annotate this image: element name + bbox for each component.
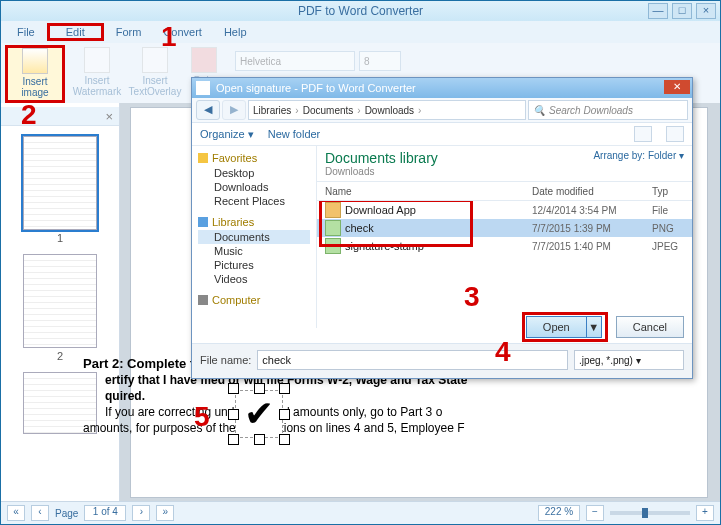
- menubar: File Edit Form Convert Help: [1, 21, 720, 43]
- minimize-button[interactable]: —: [648, 3, 668, 19]
- thumbnail-panel: × 1 2: [1, 103, 120, 502]
- statusbar: « ‹ Page 1 of 4 › » 222 % − +: [1, 501, 720, 524]
- titlebar: PDF to Word Converter — □ ×: [1, 1, 720, 21]
- delete-icon: [191, 47, 217, 73]
- nav-recent[interactable]: Recent Places: [198, 194, 310, 208]
- zoom-slider[interactable]: [610, 511, 690, 515]
- image-icon: [22, 48, 48, 74]
- zoom-field[interactable]: 222 %: [538, 505, 580, 521]
- menu-form[interactable]: Form: [106, 24, 152, 40]
- help-button[interactable]: [666, 126, 684, 142]
- address-bar: ◀ ▶ Libraries› Documents› Downloads› 🔍 S…: [192, 98, 692, 123]
- zoom-out-button[interactable]: −: [586, 505, 604, 521]
- page-thumb-1[interactable]: [23, 136, 97, 230]
- dialog-toolbar: Organize ▾ New folder: [192, 123, 692, 146]
- new-folder-button[interactable]: New folder: [268, 128, 321, 140]
- zoom-in-button[interactable]: +: [696, 505, 714, 521]
- callout-4: 4: [495, 336, 511, 368]
- next-page-button[interactable]: ›: [132, 505, 150, 521]
- nav-videos[interactable]: Videos: [198, 272, 310, 286]
- open-file-dialog: Open signature - PDF to Word Converter ✕…: [191, 77, 693, 379]
- view-mode-button[interactable]: [634, 126, 652, 142]
- nav-libraries[interactable]: Libraries: [212, 216, 254, 228]
- menu-file[interactable]: File: [7, 24, 45, 40]
- open-button[interactable]: Open: [526, 316, 587, 338]
- libraries-icon: [198, 217, 208, 227]
- column-headers[interactable]: Name Date modified Typ: [317, 182, 692, 201]
- filename-label: File name:: [200, 354, 251, 366]
- breadcrumb[interactable]: Libraries› Documents› Downloads›: [248, 100, 526, 120]
- resize-handle[interactable]: [228, 383, 239, 394]
- search-input[interactable]: 🔍 Search Downloads: [528, 100, 688, 120]
- highlight-files: [319, 201, 473, 247]
- inserted-image[interactable]: ✔: [229, 384, 289, 444]
- resize-handle[interactable]: [228, 434, 239, 445]
- search-icon: 🔍: [533, 105, 545, 116]
- dialog-icon: [196, 81, 210, 95]
- nav-favorites[interactable]: Favorites: [212, 152, 257, 164]
- open-button-highlight: Open ▼: [522, 312, 608, 342]
- nav-computer[interactable]: Computer: [212, 294, 260, 306]
- font-name-select[interactable]: Helvetica: [235, 51, 355, 71]
- maximize-button[interactable]: □: [672, 3, 692, 19]
- callout-3: 3: [464, 281, 480, 313]
- last-page-button[interactable]: »: [156, 505, 174, 521]
- callout-1: 1: [161, 21, 177, 53]
- font-controls: Helvetica 8: [235, 51, 401, 71]
- nav-desktop[interactable]: Desktop: [198, 166, 310, 180]
- filename-field[interactable]: check: [257, 350, 568, 370]
- file-list-area: Arrange by: Folder ▾ Documents library D…: [317, 146, 692, 328]
- cancel-button[interactable]: Cancel: [616, 316, 684, 338]
- resize-handle[interactable]: [279, 434, 290, 445]
- dialog-footer: File name: check .jpeg, *.png) ▾: [192, 343, 692, 378]
- close-button[interactable]: ×: [696, 3, 716, 19]
- prev-page-button[interactable]: ‹: [31, 505, 49, 521]
- menu-edit[interactable]: Edit: [47, 23, 104, 41]
- nav-documents[interactable]: Documents: [198, 230, 310, 244]
- first-page-button[interactable]: «: [7, 505, 25, 521]
- arrange-by-select[interactable]: Folder ▾: [648, 150, 684, 161]
- filetype-select[interactable]: .jpeg, *.png) ▾: [574, 350, 684, 370]
- nav-music[interactable]: Music: [198, 244, 310, 258]
- font-size-select[interactable]: 8: [359, 51, 401, 71]
- insert-image-button[interactable]: Insert image: [5, 45, 65, 103]
- callout-5: 5: [194, 401, 210, 433]
- callout-2: 2: [21, 99, 37, 131]
- resize-handle[interactable]: [254, 383, 265, 394]
- checkmark-icon: ✔: [235, 390, 283, 438]
- menu-help[interactable]: Help: [214, 24, 257, 40]
- panel-close[interactable]: ×: [1, 107, 119, 126]
- open-dropdown[interactable]: ▼: [587, 316, 602, 338]
- dialog-title: Open signature - PDF to Word Converter: [216, 82, 416, 94]
- app-title: PDF to Word Converter: [298, 4, 423, 18]
- places-nav: Favorites Desktop Downloads Recent Place…: [192, 146, 317, 328]
- nav-pictures[interactable]: Pictures: [198, 258, 310, 272]
- page-thumb-2[interactable]: [23, 254, 97, 348]
- computer-icon: [198, 295, 208, 305]
- page-label: Page: [55, 508, 78, 519]
- resize-handle[interactable]: [228, 409, 239, 420]
- favorites-icon: [198, 153, 208, 163]
- nav-back-button[interactable]: ◀: [196, 100, 220, 120]
- nav-forward-button[interactable]: ▶: [222, 100, 246, 120]
- watermark-icon: [84, 47, 110, 73]
- dialog-close-button[interactable]: ✕: [664, 80, 690, 94]
- library-sub: Downloads: [325, 166, 684, 177]
- resize-handle[interactable]: [254, 434, 265, 445]
- nav-downloads[interactable]: Downloads: [198, 180, 310, 194]
- thumb-num-1: 1: [1, 232, 119, 244]
- resize-handle[interactable]: [279, 383, 290, 394]
- dialog-titlebar: Open signature - PDF to Word Converter ✕: [192, 78, 692, 98]
- organize-menu[interactable]: Organize ▾: [200, 128, 254, 141]
- resize-handle[interactable]: [279, 409, 290, 420]
- page-number-field[interactable]: 1 of 4: [84, 505, 126, 521]
- insert-watermark-button[interactable]: Insert Watermark: [71, 45, 123, 99]
- insert-textoverlay-button[interactable]: Insert TextOverlay: [129, 45, 181, 99]
